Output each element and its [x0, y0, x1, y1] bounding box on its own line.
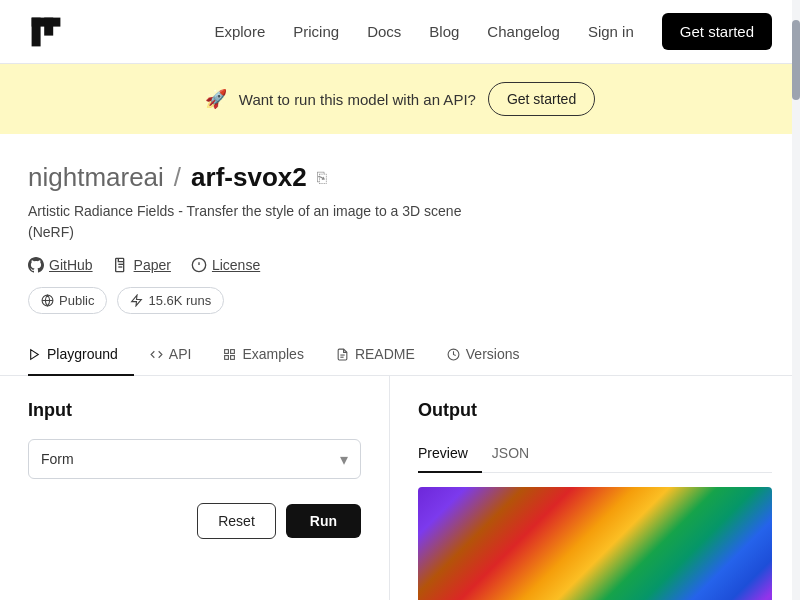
output-title: Output — [418, 400, 772, 421]
copy-link-icon[interactable]: ⎘ — [317, 169, 327, 187]
license-link[interactable]: License — [191, 257, 260, 273]
github-icon — [28, 257, 44, 273]
model-links: GitHub Paper License — [28, 257, 772, 273]
nav-docs[interactable]: Docs — [367, 23, 401, 40]
nav-explore[interactable]: Explore — [214, 23, 265, 40]
license-icon — [191, 257, 207, 273]
svg-rect-15 — [231, 355, 235, 359]
output-tabs: Preview JSON — [418, 439, 772, 473]
nav-blog[interactable]: Blog — [429, 23, 459, 40]
output-image-inner — [418, 487, 772, 600]
svg-rect-12 — [225, 349, 229, 353]
model-tabs: Playground API Examples README Versions — [0, 334, 800, 376]
tab-readme[interactable]: README — [320, 334, 431, 376]
output-panel: Output Preview JSON — [390, 376, 800, 600]
output-image-preview — [418, 487, 772, 600]
scrollbar-track[interactable] — [792, 0, 800, 600]
runs-badge: 15.6K runs — [117, 287, 224, 314]
input-panel: Input Form JSON ▾ Reset Run — [0, 376, 390, 600]
model-badges: Public 15.6K runs — [28, 287, 772, 314]
action-buttons: Reset Run — [28, 503, 361, 539]
github-label: GitHub — [49, 257, 93, 273]
globe-icon — [41, 294, 54, 307]
readme-icon — [336, 348, 349, 361]
banner-get-started-button[interactable]: Get started — [488, 82, 595, 116]
banner-rocket-icon: 🚀 — [205, 88, 227, 110]
tab-examples[interactable]: Examples — [207, 334, 319, 376]
tab-versions-label: Versions — [466, 346, 520, 362]
banner-text: Want to run this model with an API? — [239, 91, 476, 108]
input-title: Input — [28, 400, 361, 421]
svg-rect-14 — [225, 355, 229, 359]
sign-in-link[interactable]: Sign in — [588, 23, 634, 40]
paper-icon — [113, 257, 129, 273]
nav-pricing[interactable]: Pricing — [293, 23, 339, 40]
svg-rect-13 — [231, 349, 235, 353]
tab-playground-label: Playground — [47, 346, 118, 362]
tab-versions[interactable]: Versions — [431, 334, 536, 376]
tab-examples-label: Examples — [242, 346, 303, 362]
logo — [28, 14, 64, 50]
model-namespace: nightmareai — [28, 162, 164, 193]
tab-readme-label: README — [355, 346, 415, 362]
tab-api[interactable]: API — [134, 334, 208, 376]
output-tab-json[interactable]: JSON — [492, 439, 543, 473]
form-select-wrapper: Form JSON ▾ — [28, 439, 361, 479]
output-tab-preview[interactable]: Preview — [418, 439, 482, 473]
paper-label: Paper — [134, 257, 171, 273]
model-name: arf-svox2 — [191, 162, 307, 193]
main-nav: Explore Pricing Docs Blog Changelog Sign… — [214, 13, 772, 50]
examples-icon — [223, 348, 236, 361]
run-button[interactable]: Run — [286, 504, 361, 538]
tab-playground[interactable]: Playground — [28, 334, 134, 376]
play-icon — [28, 348, 41, 361]
runs-icon — [130, 294, 143, 307]
model-title-row: nightmareai / arf-svox2 ⎘ — [28, 162, 772, 193]
header: Explore Pricing Docs Blog Changelog Sign… — [0, 0, 800, 64]
svg-marker-11 — [31, 349, 39, 359]
paper-link[interactable]: Paper — [113, 257, 171, 273]
license-label: License — [212, 257, 260, 273]
github-link[interactable]: GitHub — [28, 257, 93, 273]
reset-button[interactable]: Reset — [197, 503, 276, 539]
form-select[interactable]: Form JSON — [41, 451, 348, 467]
api-banner: 🚀 Want to run this model with an API? Ge… — [0, 64, 800, 134]
main-content: nightmareai / arf-svox2 ⎘ Artistic Radia… — [0, 134, 800, 600]
svg-rect-2 — [44, 17, 53, 35]
model-description: Artistic Radiance Fields - Transfer the … — [28, 201, 488, 243]
versions-icon — [447, 348, 460, 361]
replicate-logo-icon — [28, 14, 64, 50]
nav-changelog[interactable]: Changelog — [487, 23, 560, 40]
public-badge-label: Public — [59, 293, 94, 308]
title-separator: / — [174, 162, 181, 193]
scrollbar-thumb[interactable] — [792, 20, 800, 100]
tab-api-label: API — [169, 346, 192, 362]
content-area: Input Form JSON ▾ Reset Run Output Previ… — [0, 376, 800, 600]
public-badge: Public — [28, 287, 107, 314]
get-started-header-button[interactable]: Get started — [662, 13, 772, 50]
api-icon — [150, 348, 163, 361]
runs-badge-label: 15.6K runs — [148, 293, 211, 308]
